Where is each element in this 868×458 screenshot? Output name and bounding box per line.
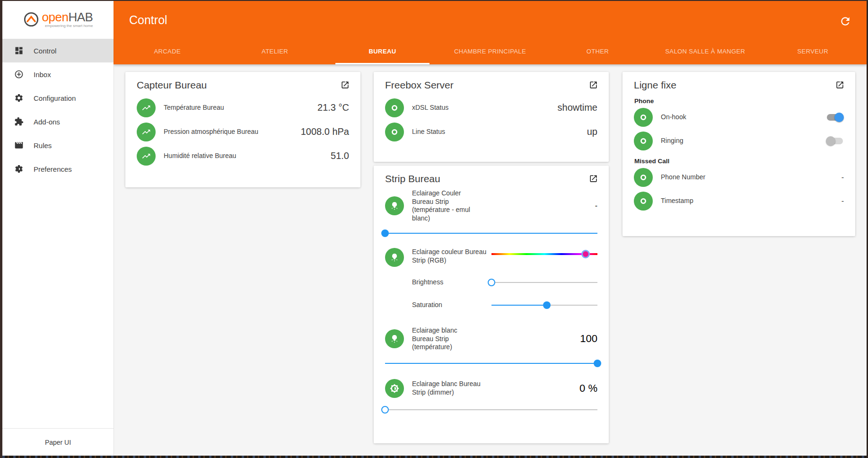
sidebar-item-label: Preferences [34, 165, 72, 173]
preferences-gear-icon [14, 164, 24, 174]
main-content: Capteur Bureau Température Bureau 21.3 °… [114, 64, 867, 456]
slider-fill [491, 305, 546, 306]
item-label: Température Bureau [164, 104, 224, 112]
card-capteur-bureau: Capteur Bureau Température Bureau 21.3 °… [125, 72, 360, 187]
item-value: 1008.0 hPa [301, 126, 349, 137]
sidebar-item-inbox[interactable]: Inbox [2, 62, 114, 86]
blanc-temperature-slider[interactable] [385, 358, 597, 369]
item-value: - [595, 202, 597, 210]
open-in-new-icon [589, 174, 598, 183]
item-row-phone-number: Phone Number - [634, 166, 844, 189]
gear-icon [14, 93, 24, 103]
blanc-dimmer-slider[interactable] [385, 405, 597, 415]
slider-fill [385, 363, 597, 364]
app-header: Control ARCADE ATELIER BUREAU CHAMBRE PR… [114, 1, 867, 64]
item-row-rgb: Eclairage couleur Bureau Strip (RGB) [385, 248, 597, 267]
add-circle-icon [14, 70, 24, 79]
item-label: On-hook [661, 113, 686, 121]
sidebar-menu: Control Inbox Configuration Add-ons Rule… [2, 39, 114, 181]
lightbulb-icon [385, 248, 404, 267]
logo-tagline: empowering the smart home [42, 24, 93, 28]
emul-blanc-slider[interactable] [385, 228, 597, 238]
rgb-hue-slider[interactable] [491, 249, 597, 259]
tab-atelier[interactable]: ATELIER [221, 38, 328, 64]
sidebar-item-configuration[interactable]: Configuration [2, 86, 114, 110]
item-value: showtime [558, 102, 597, 113]
item-value: 51.0 [331, 150, 349, 161]
status-ring-icon [634, 132, 653, 150]
item-label: Ringing [661, 137, 683, 145]
sidebar-item-control[interactable]: Control [2, 39, 114, 62]
brightness-slider[interactable] [491, 277, 597, 288]
sidebar-item-preferences[interactable]: Preferences [2, 157, 114, 181]
trending-up-icon [137, 147, 156, 166]
item-value: 0 % [579, 382, 597, 395]
item-value: - [842, 197, 844, 205]
tab-chambre-principale[interactable]: CHAMBRE PRINCIPALE [436, 38, 544, 64]
card-title: Capteur Bureau [137, 79, 349, 91]
item-label: Timestamp [661, 197, 693, 205]
slider-thumb[interactable] [543, 301, 551, 309]
room-tabs: ARCADE ATELIER BUREAU CHAMBRE PRINCIPALE… [114, 38, 867, 64]
ringing-toggle[interactable] [826, 136, 844, 146]
slider-thumb[interactable] [581, 250, 590, 258]
edit-item-button[interactable] [341, 80, 350, 90]
slider-thumb[interactable] [488, 279, 495, 286]
sidebar-item-label: Rules [34, 141, 52, 150]
onhook-toggle[interactable] [826, 113, 844, 122]
slider-thumb[interactable] [381, 406, 389, 414]
sidebar-item-rules[interactable]: Rules [2, 133, 114, 157]
status-ring-icon [634, 192, 653, 211]
section-label-phone: Phone [634, 97, 844, 105]
paper-ui-footer-link[interactable]: Paper UI [2, 428, 114, 456]
status-ring-icon [634, 168, 653, 187]
slider-thumb[interactable] [381, 229, 389, 237]
sidebar-item-addons[interactable]: Add-ons [2, 110, 114, 133]
sidebar-item-label: Control [34, 47, 56, 55]
item-row-pression: Pression atmosphérique Bureau 1008.0 hPa [137, 120, 349, 144]
tab-arcade[interactable]: ARCADE [114, 38, 221, 64]
item-row-saturation: Saturation [385, 300, 597, 310]
card-freebox-server: Freebox Server xDSL Status showtime Line… [374, 72, 609, 162]
page-title: Control [129, 13, 167, 27]
status-ring-icon [385, 98, 404, 117]
item-row-onhook: On-hook [634, 106, 844, 129]
item-row-blanc-dimmer: Eclairage blanc Bureau Strip (dimmer) 0 … [385, 379, 597, 398]
saturation-slider[interactable] [491, 300, 597, 310]
item-row-temperature: Température Bureau 21.3 °C [137, 96, 349, 120]
item-label: Eclairage blanc Bureau Strip (dimmer) [412, 380, 481, 396]
bottom-edge-strip [2, 456, 867, 458]
item-row-line-status: Line Status up [385, 120, 597, 144]
item-label: Phone Number [661, 173, 705, 181]
item-row-xdsl-status: xDSL Status showtime [385, 96, 597, 120]
tab-bureau[interactable]: BUREAU [329, 38, 436, 64]
refresh-button[interactable] [839, 15, 852, 28]
tab-serveur[interactable]: SERVEUR [759, 38, 867, 64]
brightness-icon [385, 379, 404, 398]
status-ring-icon [634, 108, 653, 127]
item-label: Pression atmosphérique Bureau [164, 128, 258, 136]
sidebar-item-label: Configuration [34, 94, 76, 102]
openhab-logo: openHAB empowering the smart home [2, 1, 114, 38]
edit-item-button[interactable] [589, 174, 598, 184]
openhab-logo-icon [23, 11, 39, 27]
tab-other[interactable]: OTHER [544, 38, 651, 64]
puzzle-icon [14, 117, 24, 126]
item-row-brightness: Brightness [385, 277, 597, 288]
tab-salon-salle-a-manger[interactable]: SALON SALLE À MANGER [651, 38, 759, 64]
section-label-missed-call: Missed Call [634, 158, 844, 165]
slider-thumb[interactable] [594, 360, 601, 367]
item-label: Eclairage couleur Bureau Strip (RGB) [412, 248, 491, 264]
item-value: 100 [580, 333, 597, 345]
open-in-new-icon [589, 80, 598, 89]
edit-item-button[interactable] [835, 80, 845, 90]
item-row-emul-blanc: Eclairage Couler Bureau Strip (températu… [385, 189, 597, 222]
status-ring-icon [385, 123, 404, 141]
trending-up-icon [137, 98, 156, 117]
edit-item-button[interactable] [589, 80, 598, 90]
item-label: Eclairage blanc Bureau Strip (températur… [412, 326, 466, 352]
item-label: Saturation [412, 301, 491, 309]
item-value: up [587, 126, 597, 137]
lightbulb-icon [385, 196, 404, 215]
item-row-timestamp: Timestamp - [634, 189, 844, 213]
